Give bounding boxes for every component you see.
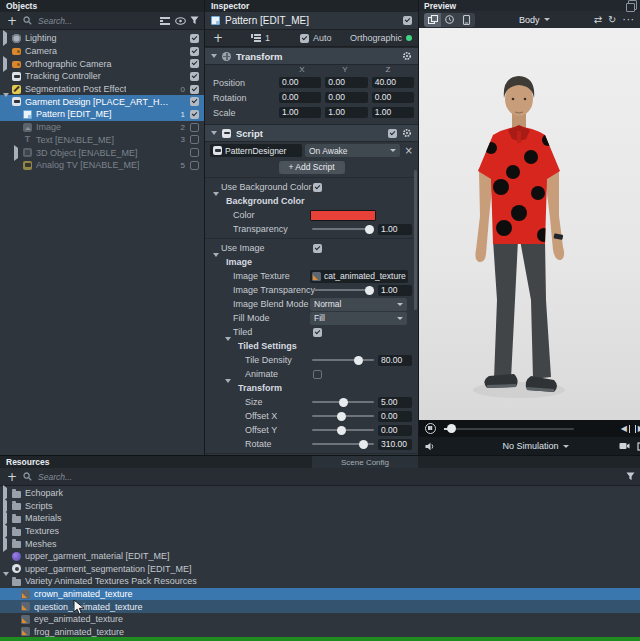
slider-value-input[interactable]: 80.00 [378, 355, 412, 366]
chevron-right-icon[interactable] [3, 539, 12, 549]
pause-button[interactable] [425, 423, 436, 434]
slider-track[interactable] [312, 443, 374, 445]
tab-scene-config[interactable]: Scene Config [312, 456, 418, 468]
resource-row[interactable]: Echopark [0, 487, 640, 500]
more-options-icon[interactable]: ··· [622, 14, 635, 25]
resource-row[interactable]: Variety Animated Textures Pack Resources [0, 575, 640, 588]
add-resource-button[interactable]: + [5, 472, 19, 482]
resource-row[interactable]: Scripts [0, 500, 640, 513]
chevron-down-icon[interactable] [3, 97, 12, 107]
device-sync-icon[interactable] [628, 0, 637, 10]
transform-value-input[interactable]: 1.00 [372, 107, 414, 118]
slider-value-input[interactable]: 310.00 [378, 439, 412, 450]
playback-scrubber[interactable] [444, 428, 574, 430]
slider-value-input[interactable]: 0.00 [378, 425, 412, 436]
transform-section-header[interactable]: Transform [205, 47, 418, 65]
visibility-checkbox[interactable] [190, 161, 199, 170]
slider-track[interactable] [312, 289, 374, 291]
gear-icon[interactable] [402, 51, 412, 61]
object-enabled-checkbox[interactable] [403, 16, 412, 25]
visibility-checkbox[interactable] [190, 47, 199, 56]
chevron-down-icon[interactable] [211, 54, 217, 58]
slider-value-input[interactable]: 1.00 [378, 285, 412, 296]
add-component-button[interactable]: + [211, 33, 225, 43]
preview-viewport[interactable] [419, 28, 640, 420]
object-row[interactable]: Orthographic Camera [0, 57, 204, 70]
chevron-right-icon[interactable] [3, 526, 12, 536]
add-script-button[interactable]: + Add Script [279, 161, 345, 174]
slider-knob[interactable] [337, 412, 346, 421]
record-video-icon[interactable] [619, 442, 630, 450]
script-event-dropdown[interactable]: On Awake [305, 144, 400, 157]
visibility-checkbox[interactable] [190, 135, 199, 144]
object-row[interactable]: 3D Object [ENABLE_ME] [0, 146, 204, 159]
resource-row[interactable]: Materials [0, 512, 640, 525]
transform-value-input[interactable]: 40.00 [372, 77, 414, 88]
transform-value-input[interactable]: 0.00 [325, 77, 367, 88]
slider-track[interactable] [312, 359, 374, 361]
add-object-button[interactable]: + [5, 16, 19, 26]
transform-value-input[interactable]: 0.00 [279, 92, 321, 103]
visibility-checkbox[interactable] [190, 110, 199, 119]
resource-row[interactable]: upper_garment_segmentation [EDIT_ME] [0, 563, 640, 576]
resources-search-input[interactable] [36, 471, 622, 483]
chevron-down-icon[interactable] [213, 196, 222, 206]
resource-row[interactable]: Meshes [0, 537, 640, 550]
remove-script-button[interactable]: × [405, 145, 413, 156]
texture-field[interactable]: cat_animated_texture [310, 270, 408, 283]
resource-row[interactable]: question_animated_texture [0, 600, 640, 613]
inspector-scrollbar[interactable] [414, 170, 417, 310]
color-swatch[interactable] [310, 210, 376, 221]
slider-knob[interactable] [354, 356, 363, 365]
object-row[interactable]: Garment Design [PLACE_ART_HERE] [0, 95, 204, 108]
visibility-checkbox[interactable] [190, 97, 199, 106]
slider-value-input[interactable]: 0.00 [378, 411, 412, 422]
dropdown[interactable]: Fill [310, 312, 407, 325]
slider-knob[interactable] [339, 398, 348, 407]
device-preview-button[interactable] [458, 13, 475, 27]
chevron-right-icon[interactable] [3, 59, 12, 69]
chevron-down-icon[interactable] [211, 131, 217, 135]
slider-knob[interactable] [365, 286, 374, 295]
resource-row[interactable]: Textures [0, 525, 640, 538]
prop-checkbox[interactable] [313, 370, 322, 379]
simulation-dropdown[interactable]: No Simulation [486, 441, 586, 451]
visibility-checkbox[interactable] [190, 72, 199, 81]
preview-source-dropdown[interactable]: Body [519, 15, 550, 25]
chevron-down-icon[interactable] [213, 257, 222, 267]
chevron-right-icon[interactable] [14, 148, 23, 158]
object-row[interactable]: Tracking Controller [0, 70, 204, 83]
step-back-button[interactable]: ◀ [619, 424, 629, 433]
object-row[interactable]: Pattern [EDIT_ME]1 [0, 108, 204, 121]
resource-row[interactable]: eye_animated_texture [0, 613, 640, 626]
mirror-screens-button[interactable] [424, 13, 441, 27]
auto-checkbox[interactable] [300, 34, 309, 43]
visibility-checkbox[interactable] [190, 59, 199, 68]
visibility-checkbox[interactable] [190, 123, 199, 132]
chevron-down-icon[interactable] [3, 576, 12, 586]
transform-value-input[interactable]: 0.00 [325, 92, 367, 103]
slider-track[interactable] [312, 228, 374, 230]
slider-knob[interactable] [359, 440, 368, 449]
object-row[interactable]: Camera [0, 45, 204, 58]
chevron-right-icon[interactable] [3, 33, 12, 43]
hierarchy-view-icon[interactable] [160, 16, 171, 25]
dropdown[interactable]: Normal [310, 298, 407, 311]
resource-row[interactable]: crown_animated_texture [0, 588, 640, 601]
prop-checkbox[interactable] [313, 328, 322, 337]
transform-value-input[interactable]: 0.00 [372, 92, 414, 103]
chevron-right-icon[interactable] [3, 501, 12, 511]
scrubber-knob[interactable] [447, 424, 456, 433]
object-row[interactable]: Analog TV [ENABLE_ME]5 [0, 159, 204, 172]
layers-icon[interactable] [251, 34, 261, 42]
prop-checkbox[interactable] [313, 244, 322, 253]
slider-value-input[interactable]: 5.00 [378, 397, 412, 408]
slider-value-input[interactable]: 1.00 [378, 224, 412, 235]
slider-knob[interactable] [337, 426, 346, 435]
visibility-eye-icon[interactable] [175, 17, 186, 25]
resource-row[interactable]: upper_garment_material [EDIT_ME] [0, 550, 640, 563]
visibility-checkbox[interactable] [190, 85, 199, 94]
visibility-checkbox[interactable] [190, 34, 199, 43]
object-row[interactable]: Segmentation Post Effect0 [0, 83, 204, 96]
script-section-header[interactable]: Script [205, 124, 418, 142]
